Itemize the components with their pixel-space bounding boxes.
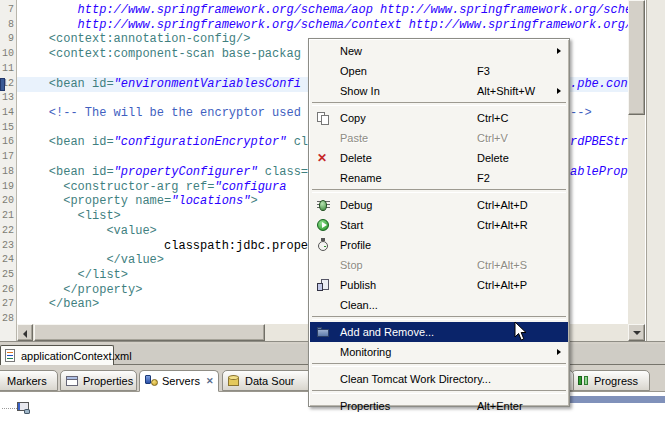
menu-item-open[interactable]: OpenF3	[310, 61, 568, 81]
progress-icon	[577, 374, 590, 388]
line-number: 14	[0, 106, 14, 120]
menu-item-label: Publish	[340, 275, 376, 295]
menu-item-shortcut: Ctrl+Alt+R	[477, 215, 528, 235]
menu-separator	[312, 189, 566, 193]
menu-item-properties[interactable]: PropertiesAlt+Enter	[310, 396, 568, 416]
code-fragment-right: .pbe.con	[570, 77, 628, 92]
menu-item-label: Profile	[340, 235, 371, 255]
code-segment: <context:annotation-config/>	[20, 32, 250, 46]
menu-item-add-and-remove[interactable]: Add and Remove...	[310, 322, 568, 342]
view-border-band	[563, 396, 665, 403]
menu-item-label: Add and Remove...	[340, 322, 434, 342]
line-number: 18	[0, 165, 14, 179]
menu-item-shortcut: Alt+Enter	[477, 396, 523, 416]
menu-item-shortcut: Ctrl+C	[477, 108, 508, 128]
tab-label: Progress	[594, 375, 638, 387]
line-number: 15	[0, 121, 14, 135]
menu-item-new[interactable]: New	[310, 41, 568, 61]
horizontal-scrollbar-thumb[interactable]	[34, 324, 265, 341]
tab-label: Markers	[7, 375, 47, 387]
tab-application-context-xml[interactable]: applicationContext.xml	[0, 345, 114, 365]
menu-item-clean[interactable]: Clean...	[310, 295, 568, 315]
line-number: 13	[0, 91, 14, 105]
code-segment: class=	[265, 165, 308, 179]
menu-item-monitoring[interactable]: Monitoring	[310, 342, 568, 362]
code-segment: <constructor-arg ref=	[20, 180, 214, 194]
menu-item-shortcut: Delete	[477, 148, 509, 168]
line-number: 22	[0, 224, 14, 238]
menu-item-label: Rename	[340, 168, 382, 188]
menu-item-shortcut: Ctrl+V	[477, 128, 508, 148]
overview-ruler[interactable]	[646, 0, 665, 343]
menu-item-delete[interactable]: DeleteDelete	[310, 148, 568, 168]
code-fragment-right: -->	[570, 106, 592, 121]
menu-item-stop[interactable]: StopCtrl+Alt+S	[310, 255, 568, 275]
line-number: 19	[0, 180, 14, 194]
code-segment: "configura	[214, 180, 286, 194]
menu-item-show-in[interactable]: Show InAlt+Shift+W	[310, 81, 568, 101]
menu-item-shortcut: F3	[477, 61, 490, 81]
code-segment: "propertyConfigurer"	[114, 165, 265, 179]
menu-item-copy[interactable]: CopyCtrl+C	[310, 108, 568, 128]
submenu-arrow-icon	[557, 88, 561, 94]
tab-servers[interactable]: Servers✕	[139, 370, 219, 392]
submenu-arrow-icon	[557, 349, 561, 355]
menu-item-label: Stop	[340, 255, 363, 275]
menu-item-paste[interactable]: PasteCtrl+V	[310, 128, 568, 148]
tab-markers[interactable]: Markers	[0, 370, 58, 391]
vertical-scrollbar-thumb[interactable]	[628, 0, 645, 115]
tab-label: Properties	[83, 375, 133, 387]
line-number: 8	[0, 18, 14, 32]
code-segment: <bean id=	[20, 135, 114, 149]
line-number: 21	[0, 209, 14, 223]
xml-file-icon	[4, 349, 17, 363]
arrow-down-icon	[633, 331, 641, 335]
menu-item-label: Show In	[340, 81, 380, 101]
publish-icon	[315, 277, 331, 293]
menu-item-label: Open	[340, 61, 367, 81]
mouse-cursor	[514, 321, 528, 342]
menu-separator	[312, 390, 566, 394]
menu-item-label: Clean...	[340, 295, 378, 315]
code-segment: <property name=	[20, 194, 171, 208]
menu-item-publish[interactable]: PublishCtrl+Alt+P	[310, 275, 568, 295]
servers-icon	[145, 374, 158, 388]
data-source-icon	[228, 374, 241, 388]
code-segment: <context:component-scan base-packag	[20, 47, 301, 61]
menu-item-profile[interactable]: Profile	[310, 235, 568, 255]
code-segment: </bean>	[20, 297, 99, 311]
menu-item-label: Delete	[340, 148, 372, 168]
close-icon[interactable]: ✕	[206, 376, 214, 386]
code-segment: <!-- The will be the encryptor used	[20, 106, 301, 120]
menu-item-clean-tomcat-work-directory[interactable]: Clean Tomcat Work Directory...	[310, 369, 568, 389]
line-number-gutter: 7891011121314151617181920212223242526272…	[0, 0, 17, 343]
menu-item-label: New	[340, 41, 362, 61]
menu-item-rename[interactable]: RenameF2	[310, 168, 568, 188]
menu-item-shortcut: Ctrl+Alt+P	[477, 275, 527, 295]
tab-label: Servers	[162, 375, 200, 387]
tab-properties[interactable]: Properties	[60, 370, 137, 391]
tab-progress[interactable]: Progress	[571, 370, 650, 391]
line-number: 20	[0, 194, 14, 208]
menu-item-label: Debug	[340, 195, 372, 215]
menu-item-debug[interactable]: DebugCtrl+Alt+D	[310, 195, 568, 215]
code-segment: "configurationEncryptor"	[114, 135, 294, 149]
vertical-scrollbar[interactable]	[628, 0, 645, 341]
code-segment: classpath:jdbc.prope	[20, 239, 308, 253]
scroll-down-button[interactable]	[628, 324, 645, 341]
code-segment: "locations"	[171, 194, 250, 208]
code-segment: </property>	[20, 283, 142, 297]
line-number: 27	[0, 297, 14, 311]
line-number: 24	[0, 253, 14, 267]
menu-separator	[312, 363, 566, 367]
code-fragment-right: ableProp	[570, 165, 628, 180]
eclipse-window: 7891011121314151617181920212223242526272…	[0, 0, 665, 432]
scroll-left-button[interactable]	[17, 324, 33, 341]
server-node-icon	[17, 401, 30, 415]
menu-item-start[interactable]: StartCtrl+Alt+R	[310, 215, 568, 235]
editor-tab-label: applicationContext.xml	[21, 350, 132, 362]
code-segment: </value>	[20, 253, 164, 267]
line-number: 23	[0, 239, 14, 253]
code-segment: >	[250, 194, 257, 208]
code-segment: <bean id=	[20, 165, 114, 179]
